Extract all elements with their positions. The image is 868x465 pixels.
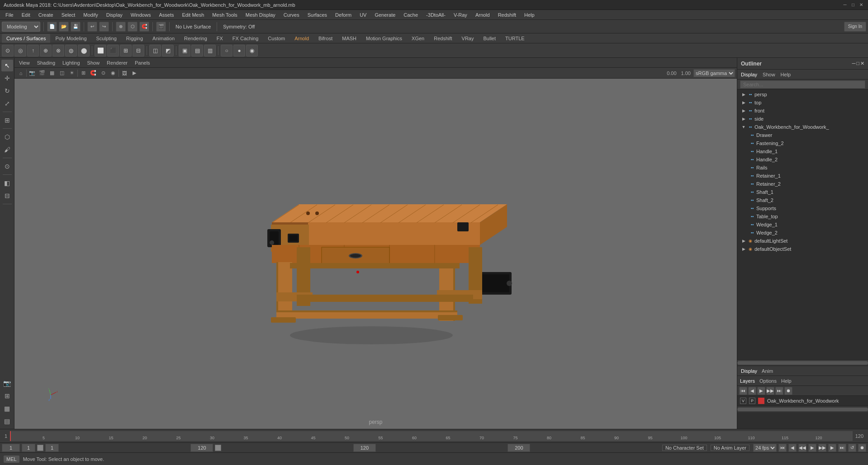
shelf-tab-motion-graphics[interactable]: Motion Graphics — [361, 34, 407, 43]
shelf-icon-5[interactable]: ⊗ — [52, 45, 64, 56]
menu-vray[interactable]: V-Ray — [450, 11, 471, 19]
shelf-tab-curves-surfaces[interactable]: Curves / Surfaces — [2, 34, 50, 43]
tree-item-retainer1[interactable]: ▪▪ Retainer_1 — [737, 172, 868, 180]
shelf-icon-11[interactable]: ⊟ — [133, 45, 144, 56]
tree-item-side[interactable]: ▶ ▪▪ side — [737, 115, 868, 123]
layers-play-btn[interactable]: ▶ — [757, 387, 765, 395]
save-btn[interactable]: 💾 — [71, 22, 81, 32]
sculpt-btn[interactable]: ⊙ — [1, 160, 13, 172]
grid-btn[interactable]: ⊞ — [1, 390, 13, 402]
tree-item-front[interactable]: ▶ ▪▪ front — [737, 107, 868, 115]
vp-light-icon[interactable]: ☀ — [67, 69, 76, 78]
vp-menu-panels[interactable]: Panels — [133, 59, 152, 66]
menu-display[interactable]: Display — [103, 11, 126, 19]
shelf-tab-bullet[interactable]: Bullet — [479, 34, 501, 43]
shelf-icon-7[interactable]: ⬤ — [78, 45, 90, 56]
mel-label[interactable]: MEL — [4, 456, 19, 463]
outliner-tab-show[interactable]: Show — [763, 72, 775, 77]
move-tool-btn[interactable]: ✛ — [1, 72, 13, 84]
menu-generate[interactable]: Generate — [371, 11, 399, 19]
vp-home-icon[interactable]: ⌂ — [16, 69, 25, 78]
tree-item-fastening2[interactable]: ▪▪ Fastening_2 — [737, 139, 868, 147]
universal-manip-btn[interactable]: ⊞ — [1, 114, 13, 126]
shelf-tab-rigging[interactable]: Rigging — [122, 34, 147, 43]
menu-mesh-tools[interactable]: Mesh Tools — [209, 11, 241, 19]
menu-surfaces[interactable]: Surfaces — [304, 11, 331, 19]
layers-scroll-thumb[interactable] — [737, 408, 868, 411]
layers-next-btn[interactable]: ▶▶ — [766, 387, 774, 395]
open-btn[interactable]: 📂 — [59, 22, 69, 32]
lasso-btn[interactable]: ⬡ — [128, 22, 138, 32]
tree-item-wedge1[interactable]: ▪▪ Wedge_1 — [737, 221, 868, 229]
outliner-close[interactable]: ✕ — [860, 61, 864, 66]
layers-sub-layers[interactable]: Layers — [740, 378, 755, 384]
sign-in-btn[interactable]: Sign In — [844, 22, 866, 32]
vp-isolate-icon[interactable]: ◉ — [109, 69, 118, 78]
menu-assets[interactable]: Assets — [155, 11, 177, 19]
menu-mesh-display[interactable]: Mesh Display — [242, 11, 279, 19]
select-tool-btn[interactable]: ⊕ — [116, 22, 126, 32]
shelf-tab-xgen[interactable]: XGen — [407, 34, 429, 43]
outliner-minimize[interactable]: ─ — [852, 61, 856, 66]
layers-tab-anim[interactable]: Anim — [762, 368, 773, 374]
shelf-tab-fx[interactable]: FX — [212, 34, 228, 43]
layers-h-scrollbar[interactable] — [737, 406, 868, 412]
vp-menu-lighting[interactable]: Lighting — [61, 59, 82, 66]
layers-record-btn[interactable]: ⏺ — [784, 387, 792, 395]
shelf-tab-custom[interactable]: Custom — [263, 34, 289, 43]
vp-menu-renderer[interactable]: Renderer — [105, 59, 129, 66]
shelf-tab-sculpting[interactable]: Sculpting — [92, 34, 121, 43]
vp-render-icon[interactable]: ▶ — [130, 69, 139, 78]
layers-tab-display[interactable]: Display — [741, 368, 757, 374]
shelf-icon-18[interactable]: ● — [233, 45, 245, 56]
tree-item-handle2[interactable]: ▪▪ Handle_2 — [737, 155, 868, 164]
shelf-icon-2[interactable]: ◎ — [14, 45, 26, 56]
expand-side[interactable]: ▶ — [741, 116, 746, 122]
tree-item-rails[interactable]: ▪▪ Rails — [737, 164, 868, 172]
redo-btn[interactable]: ↪ — [99, 22, 109, 32]
3d-viewport[interactable]: X Y Z persp — [14, 79, 737, 429]
shelf-icon-17[interactable]: ○ — [221, 45, 232, 56]
menu-edit[interactable]: Edit — [18, 11, 34, 19]
vp-snap-icon[interactable]: 🧲 — [89, 69, 98, 78]
range-end-input[interactable] — [353, 444, 376, 452]
outliner-search-input[interactable] — [740, 80, 865, 89]
layers-sub-options[interactable]: Options — [759, 378, 777, 384]
layers-sub-help[interactable]: Help — [781, 378, 792, 384]
expand-top[interactable]: ▶ — [741, 100, 746, 105]
layer-color-swatch[interactable] — [758, 398, 764, 404]
close-button[interactable]: ✕ — [858, 2, 864, 8]
shelf-tab-bifrost[interactable]: Bifrost — [314, 34, 337, 43]
menu-file[interactable]: File — [2, 11, 17, 19]
paint-select-btn[interactable]: 🖌 — [1, 144, 13, 155]
mode-select[interactable]: Modeling Rigging Animation FX Rendering — [2, 22, 40, 32]
expand-oak[interactable]: ▼ — [741, 124, 746, 130]
render-btn[interactable]: 🎬 — [156, 22, 166, 32]
vp-shading-icon[interactable]: ◫ — [57, 69, 66, 78]
vp-display-icon[interactable]: ▦ — [47, 69, 57, 78]
scale-tool-btn[interactable]: ⤢ — [1, 98, 13, 109]
shelf-icon-8[interactable]: ⬜ — [95, 45, 106, 56]
tree-item-shaft1[interactable]: ▪▪ Shaft_1 — [737, 188, 868, 196]
snap-to-grid-btn[interactable]: ⊟ — [1, 190, 13, 202]
outliner-maximize[interactable]: □ — [856, 61, 859, 66]
shelf-tab-vray[interactable]: VRay — [457, 34, 479, 43]
vp-menu-shading[interactable]: Shading — [35, 59, 57, 66]
next-frame-btn[interactable]: ▶ — [828, 444, 836, 452]
skip-to-end-btn[interactable]: ⏭ — [838, 444, 846, 452]
tree-item-default-object-set[interactable]: ▶ ◉ defaultObjectSet — [737, 245, 868, 253]
play-btn[interactable]: ▶ — [808, 444, 816, 452]
layer-p-btn[interactable]: P — [749, 398, 755, 404]
menu-modify[interactable]: Modify — [80, 11, 101, 19]
playhead[interactable] — [10, 431, 11, 441]
no-character-set-label[interactable]: No Character Set — [662, 445, 707, 451]
tree-item-persp[interactable]: ▶ ▪▪ persp — [737, 90, 868, 99]
expand-object-set[interactable]: ▶ — [741, 246, 746, 252]
fps-select[interactable]: 24 fps 30 fps — [753, 444, 777, 452]
shelf-tab-animation[interactable]: Animation — [148, 34, 179, 43]
menu-cache[interactable]: Cache — [400, 11, 422, 19]
vp-image-plane-icon[interactable]: 🖼 — [120, 69, 129, 78]
tree-item-shaft2[interactable]: ▪▪ Shaft_2 — [737, 196, 868, 204]
vp-film-icon[interactable]: 🎬 — [38, 69, 47, 78]
loop-btn[interactable]: ↺ — [848, 444, 856, 452]
